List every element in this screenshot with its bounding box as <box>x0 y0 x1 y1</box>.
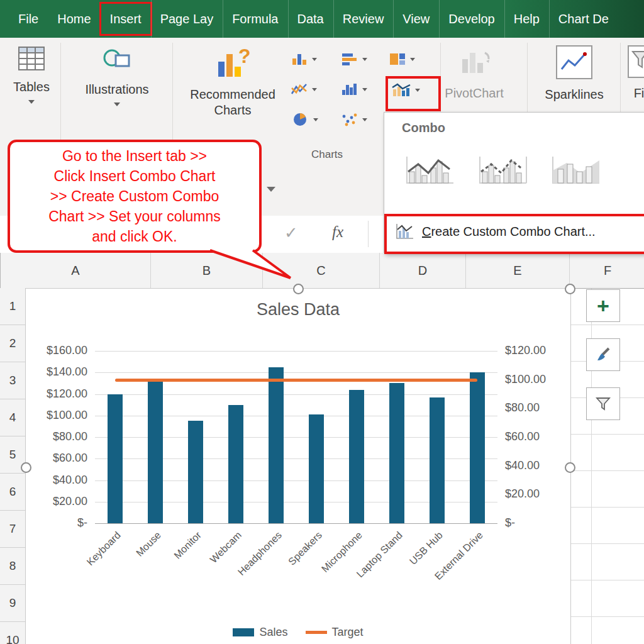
sparklines-button[interactable]: Sparklines <box>533 44 615 103</box>
paintbrush-icon <box>594 346 612 364</box>
pivotchart-button[interactable]: PivotChart <box>444 44 504 101</box>
chart-legend[interactable]: SalesTarget <box>26 626 570 639</box>
insert-line-chart-button[interactable] <box>291 82 317 97</box>
combo-stacked-area-column-option[interactable] <box>545 152 603 191</box>
insert-hierarchy-chart-button[interactable] <box>389 52 415 67</box>
bar-headphones[interactable] <box>269 367 284 523</box>
bar-usb-hub[interactable] <box>430 397 445 523</box>
bar-mouse[interactable] <box>148 381 163 523</box>
chart-styles-button[interactable] <box>586 338 620 371</box>
category-label: Monitor <box>129 530 204 605</box>
column-chart-icon <box>291 52 308 67</box>
category-label: Headphones <box>209 530 285 605</box>
tab-chart-de[interactable]: Chart De <box>549 0 618 38</box>
column-header-f[interactable]: F <box>570 253 644 288</box>
chart-resize-handle-top-right[interactable] <box>565 284 575 294</box>
row-header-10[interactable]: 10 <box>0 622 26 644</box>
insert-statistic-chart-button[interactable] <box>341 82 367 97</box>
tab-review[interactable]: Review <box>333 0 394 38</box>
legend-swatch-line <box>306 631 327 634</box>
bar-keyboard[interactable] <box>108 394 123 524</box>
tab-page-lay[interactable]: Page Lay <box>151 0 223 38</box>
recommended-charts-label: Recommended Charts <box>186 87 280 118</box>
bar-chart-icon <box>341 52 358 67</box>
recommended-charts-button[interactable]: ? Recommended Charts <box>179 44 287 118</box>
select-all-button[interactable] <box>0 253 1 288</box>
legend-item-sales[interactable]: Sales <box>233 626 287 639</box>
row-header-2[interactable]: 2 <box>0 325 26 362</box>
tab-view[interactable]: View <box>393 0 439 38</box>
scatter-chart-icon <box>341 112 358 127</box>
formula-bar-separator <box>368 221 369 247</box>
insert-column-chart-button[interactable] <box>291 52 317 67</box>
primary-axis-label: $20.00 <box>26 495 87 508</box>
bar-laptop-stand[interactable] <box>389 383 404 523</box>
bar-webcam[interactable] <box>228 405 243 523</box>
combo-clustered-column-line-secondary-axis-option[interactable] <box>472 152 530 191</box>
bar-monitor[interactable] <box>188 421 203 523</box>
tab-help[interactable]: Help <box>504 0 549 38</box>
column-header-a[interactable]: A <box>1 253 151 288</box>
row-header-6[interactable]: 6 <box>0 474 26 511</box>
callout-line: >> Create Custom Combo <box>48 186 221 206</box>
chart-resize-handle-right[interactable] <box>565 462 575 473</box>
bar-speakers[interactable] <box>309 414 324 523</box>
target-line[interactable] <box>115 379 477 382</box>
row-header-8[interactable]: 8 <box>0 548 26 585</box>
chart-resize-handle-left[interactable] <box>21 462 31 473</box>
filters-label: Fi <box>634 86 644 101</box>
tab-data[interactable]: Data <box>288 0 333 38</box>
sparklines-icon <box>555 44 594 80</box>
chevron-down-icon <box>362 88 367 91</box>
enter-check-icon[interactable]: ✓ <box>284 223 298 243</box>
column-header-e[interactable]: E <box>466 253 570 288</box>
bar-microphone[interactable] <box>349 390 364 523</box>
row-header-4[interactable]: 4 <box>0 399 26 436</box>
chevron-down-icon <box>362 58 367 61</box>
illustrations-button[interactable]: Illustrations <box>67 44 167 106</box>
chevron-down-icon <box>312 88 317 91</box>
chart-elements-button[interactable]: + <box>586 289 620 322</box>
callout-tail <box>201 249 302 280</box>
chevron-down-icon <box>410 58 415 61</box>
chart-title[interactable]: Sales Data <box>26 300 570 319</box>
tab-file[interactable]: File <box>9 0 48 38</box>
row-header-7[interactable]: 7 <box>0 511 26 548</box>
chart-filters-button[interactable] <box>586 387 620 420</box>
name-box-dropdown-icon[interactable] <box>267 187 275 192</box>
secondary-axis-label: $40.00 <box>505 459 565 472</box>
combo-clustered-column-line-option[interactable] <box>399 152 457 191</box>
row-header-9[interactable]: 9 <box>0 585 26 622</box>
secondary-axis-label: $100.00 <box>505 373 565 386</box>
insert-pie-chart-button[interactable] <box>292 112 318 127</box>
legend-item-target[interactable]: Target <box>306 626 364 639</box>
tab-formula[interactable]: Formula <box>223 0 287 38</box>
filters-button[interactable]: Fi <box>626 44 644 101</box>
embedded-chart[interactable]: Sales Data SalesTarget $160.00$140.00$12… <box>25 288 571 644</box>
legend-label: Sales <box>259 626 287 639</box>
tables-button[interactable]: Tables <box>5 44 58 104</box>
secondary-axis-label: $20.00 <box>505 487 565 501</box>
row-header-1[interactable]: 1 <box>0 288 26 325</box>
chart-gridline <box>95 351 497 352</box>
tab-home[interactable]: Home <box>48 0 100 38</box>
insert-scatter-chart-button[interactable] <box>341 112 367 127</box>
chevron-down-icon <box>312 58 317 61</box>
svg-text:?: ? <box>238 45 251 67</box>
chart-resize-handle-top[interactable] <box>293 284 304 294</box>
row-header-3[interactable]: 3 <box>0 362 26 399</box>
category-label: Mouse <box>89 530 164 605</box>
insert-bar-chart-button[interactable] <box>341 52 367 67</box>
tab-insert[interactable]: Insert <box>101 0 151 38</box>
bar-external-drive[interactable] <box>470 372 485 523</box>
secondary-axis-label: $- <box>505 516 565 530</box>
tab-develop[interactable]: Develop <box>439 0 504 38</box>
plus-icon: + <box>597 295 609 316</box>
category-label: Webcam <box>169 530 245 605</box>
chart-gridline <box>95 372 497 373</box>
column-header-d[interactable]: D <box>380 253 466 288</box>
insert-function-fx-icon[interactable]: fx <box>332 223 343 241</box>
clustered-column-line-icon <box>401 153 456 189</box>
column-headers: ABCDEF <box>1 253 644 288</box>
category-label: USB Hub <box>370 530 446 605</box>
